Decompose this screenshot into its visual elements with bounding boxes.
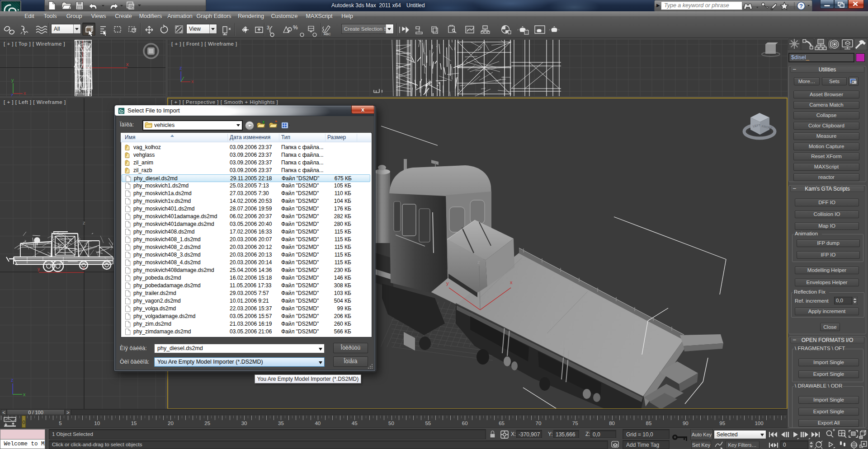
svg-text:z: z xyxy=(179,65,182,70)
svg-text:y: y xyxy=(38,266,40,271)
svg-text:ABC: ABC xyxy=(324,32,331,36)
svg-text:x: x xyxy=(23,392,26,397)
svg-text:y: y xyxy=(446,281,449,286)
svg-text:x: x xyxy=(510,280,513,285)
svg-text:z: z xyxy=(11,377,14,383)
svg-text:%: % xyxy=(293,24,298,31)
svg-text:z: z xyxy=(477,259,480,265)
svg-text:3: 3 xyxy=(267,25,269,30)
svg-text:x: x xyxy=(191,79,194,84)
svg-text:x: x xyxy=(24,90,26,96)
svg-text:?: ? xyxy=(799,3,803,9)
svg-text:y: y xyxy=(11,77,14,83)
svg-text:z: z xyxy=(83,220,85,225)
svg-text:x: x xyxy=(126,61,129,67)
